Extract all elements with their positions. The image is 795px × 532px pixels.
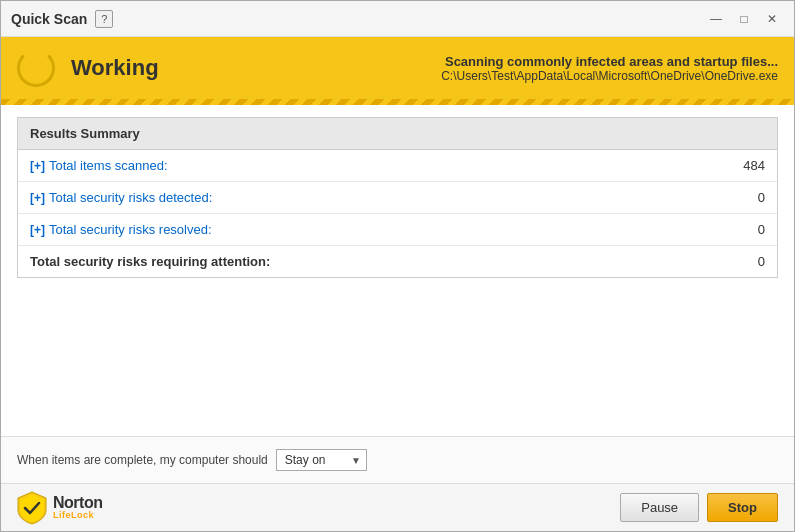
row-label-1: Total security risks detected: (49, 190, 735, 205)
minimize-button[interactable]: — (704, 9, 728, 29)
main-window: Quick Scan ? — □ ✕ Working Scanning comm… (0, 0, 795, 532)
maximize-button[interactable]: □ (732, 9, 756, 29)
table-row: Total security risks requiring attention… (18, 246, 777, 277)
computer-action-label: When items are complete, my computer sho… (17, 453, 268, 467)
status-label: Working (71, 55, 425, 81)
working-spinner (17, 49, 55, 87)
title-bar-left: Quick Scan ? (11, 10, 113, 28)
row-value-0: 484 (735, 158, 765, 173)
row-value-3: 0 (735, 254, 765, 269)
bottom-area: When items are complete, my computer sho… (1, 436, 794, 483)
title-bar-controls: — □ ✕ (704, 9, 784, 29)
status-info: Scanning commonly infected areas and sta… (441, 54, 778, 83)
norton-brand-text: Norton LifeLock (53, 495, 102, 520)
current-file-text: C:\Users\Test\AppData\Local\Microsoft\On… (441, 69, 778, 83)
footer: Norton LifeLock Pause Stop (1, 483, 794, 531)
footer-buttons: Pause Stop (620, 493, 778, 522)
norton-shield-icon (17, 491, 47, 525)
stop-button[interactable]: Stop (707, 493, 778, 522)
row-value-1: 0 (735, 190, 765, 205)
table-row: [+] Total items scanned: 484 (18, 150, 777, 182)
pause-button[interactable]: Pause (620, 493, 699, 522)
table-row: [+] Total security risks detected: 0 (18, 182, 777, 214)
expand-button-2[interactable]: [+] (30, 223, 45, 237)
row-label-0: Total items scanned: (49, 158, 735, 173)
status-bar: Working Scanning commonly infected areas… (1, 37, 794, 99)
norton-name: Norton (53, 495, 102, 511)
main-content: Results Summary [+] Total items scanned:… (1, 105, 794, 436)
close-button[interactable]: ✕ (760, 9, 784, 29)
computer-action-row: When items are complete, my computer sho… (17, 449, 778, 471)
help-button[interactable]: ? (95, 10, 113, 28)
expand-button-0[interactable]: [+] (30, 159, 45, 173)
expand-button-1[interactable]: [+] (30, 191, 45, 205)
norton-logo: Norton LifeLock (17, 491, 102, 525)
results-header: Results Summary (18, 118, 777, 150)
norton-sub: LifeLock (53, 511, 102, 520)
row-label-3: Total security risks requiring attention… (30, 254, 735, 269)
table-row: [+] Total security risks resolved: 0 (18, 214, 777, 246)
row-value-2: 0 (735, 222, 765, 237)
computer-action-dropdown[interactable]: Stay on Shut down Hibernate Sleep (276, 449, 367, 471)
results-table: Results Summary [+] Total items scanned:… (17, 117, 778, 278)
scan-action-text: Scanning commonly infected areas and sta… (441, 54, 778, 69)
dropdown-wrapper: Stay on Shut down Hibernate Sleep ▼ (276, 449, 367, 471)
title-bar: Quick Scan ? — □ ✕ (1, 1, 794, 37)
window-title: Quick Scan (11, 11, 87, 27)
row-label-2: Total security risks resolved: (49, 222, 735, 237)
